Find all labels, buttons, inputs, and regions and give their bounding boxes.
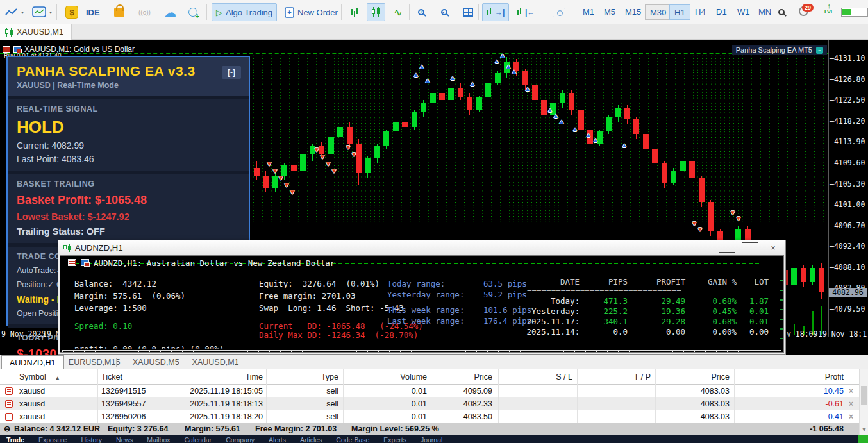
maximize-button[interactable]	[742, 242, 758, 253]
toolbox-tab-news[interactable]: News	[116, 436, 133, 443]
candlestick-chart-button[interactable]	[367, 3, 385, 21]
ide-button[interactable]: IDE	[82, 3, 104, 21]
leverage-line: Leverage: 1:500	[74, 303, 147, 313]
timeframe-h4[interactable]: H4	[690, 4, 710, 20]
bottom-tab-audnzd-h1[interactable]: AUDNZD,H1	[1, 355, 64, 370]
bottom-tab-xauusd-m1[interactable]: XAUUSD,M1	[185, 355, 247, 370]
toolbox-tab-code-base[interactable]: Code Base	[336, 436, 369, 443]
algo-trading-button[interactable]: ▷ Algo Trading	[212, 3, 277, 21]
range-label: Today range:	[387, 279, 445, 288]
signals-button[interactable]: ((o))	[135, 3, 154, 21]
candle	[263, 176, 269, 188]
new-order-label: New Order	[297, 8, 338, 17]
audnzd-window-titlebar[interactable]: AUDNZD,H1 ×	[58, 240, 785, 255]
new-chart-button[interactable]: ▾	[1, 3, 28, 21]
toolbar-separator	[409, 4, 410, 20]
toolbox-tab-mailbox[interactable]: Mailbox	[147, 436, 170, 443]
cell-price: 4083.50	[410, 410, 492, 423]
column-header-time[interactable]: Time	[160, 369, 263, 385]
community-button[interactable]	[185, 3, 201, 21]
buy-signal-arrow-icon: ▲	[524, 86, 531, 92]
toolbox-tab-trade[interactable]: Trade	[6, 436, 24, 443]
candle	[448, 88, 454, 100]
table-scrollbar[interactable]: ▼	[859, 369, 868, 435]
audnzd-window[interactable]: AUDNZD,H1 × AUDNZD,H1: Australian Dollar…	[58, 240, 786, 355]
range-value: 101.6 pips	[483, 305, 531, 315]
scroll-down-arrow-icon[interactable]: ▼	[860, 424, 868, 435]
auto-scroll-button[interactable]: |←	[513, 3, 538, 21]
collapse-button[interactable]: [-]	[222, 66, 241, 79]
level-button[interactable]: ↑ LVL	[821, 3, 838, 21]
stats-cell: 2025.11.14:	[527, 327, 580, 337]
stats-cell: 0.00	[749, 327, 769, 337]
scrollbar-thumb[interactable]	[861, 386, 867, 405]
candle	[365, 158, 371, 173]
market-button[interactable]	[110, 3, 128, 21]
bottom-tab-eurusd-m15[interactable]: EURUSD,M15	[61, 355, 128, 370]
shift-end-button[interactable]: →|	[482, 3, 509, 21]
new-order-button[interactable]: + New Order	[281, 3, 342, 21]
summary-collapse-icon[interactable]: ⊖	[4, 423, 10, 435]
toolbox-tab-exposure[interactable]: Exposure	[38, 436, 67, 443]
toolbox-tab-alerts[interactable]: Alerts	[269, 436, 286, 443]
column-header-profit[interactable]: Profit	[744, 369, 844, 385]
level-up-icon: ↑	[828, 3, 831, 9]
position-row[interactable]: xauusd13269415152025.11.19 18:15:05sell0…	[0, 385, 859, 397]
sell-signal-arrow-icon: ▼	[313, 147, 320, 153]
positions-table-header[interactable]: Symbol▲TicketTimeTypeVolumePriceS / LT /…	[0, 369, 859, 385]
timeframe-m5[interactable]: M5	[599, 4, 620, 20]
timeframe-h1[interactable]: H1	[669, 4, 690, 20]
close-button[interactable]: ×	[765, 242, 781, 253]
quotes-button[interactable]: $	[62, 3, 82, 21]
position-row[interactable]: xauusd13269495572025.11.19 18:18:13sell0…	[0, 397, 859, 410]
toolbox-tab-calendar[interactable]: Calendar	[185, 436, 212, 443]
toolbox-tab-experts[interactable]: Experts	[383, 436, 406, 443]
tile-windows-button[interactable]	[459, 3, 477, 21]
toolbox-tab-company[interactable]: Company	[226, 436, 255, 443]
screenshot-button[interactable]	[549, 3, 569, 21]
notifications-button[interactable]: 29	[795, 3, 812, 21]
chart-tab-xauusd-m1[interactable]: XAUUSD,M1	[0, 24, 72, 40]
candle	[476, 97, 482, 110]
candle	[541, 100, 547, 115]
minimize-button[interactable]	[719, 242, 735, 253]
timeframe-m1[interactable]: M1	[578, 4, 599, 20]
minimize-icon	[719, 242, 735, 253]
column-header-type[interactable]: Type	[269, 369, 338, 385]
toolbox-tab-history[interactable]: History	[81, 436, 102, 443]
audnzd-time-axis[interactable]: 17 Nov 202517 Nov 05:0017 Nov 09:0017 No…	[62, 350, 781, 353]
bar-chart-button[interactable]	[346, 3, 363, 21]
zoom-in-button[interactable]: +	[414, 3, 428, 21]
timeframe-m30[interactable]: M30	[645, 4, 671, 20]
timeframe-w1[interactable]: W1	[733, 4, 755, 20]
stats-separator: ================================	[527, 286, 681, 296]
sell-signal-arrow-icon: ▼	[697, 226, 703, 233]
toolbox-tab-journal[interactable]: Journal	[421, 436, 442, 443]
close-position-button[interactable]: ×	[849, 410, 853, 423]
column-header-price[interactable]: Price	[660, 369, 730, 385]
sell-signal-arrow-icon: ▼	[351, 151, 357, 158]
zoom-out-button[interactable]: -	[437, 3, 451, 21]
stats-cell: 2025.11.17:	[527, 317, 580, 326]
bottom-tab-xauusd-m5[interactable]: XAUUSD,M5	[125, 355, 187, 370]
sort-arrow-icon: ▲	[55, 375, 60, 381]
close-position-button[interactable]: ×	[849, 397, 853, 410]
candle	[810, 268, 815, 283]
column-header-symbol[interactable]: Symbol▲	[19, 369, 83, 385]
cloud-button[interactable]: ☁	[160, 3, 180, 21]
column-header-price[interactable]: Price	[410, 369, 492, 385]
search-button[interactable]	[774, 3, 789, 21]
timeframe-mn[interactable]: MN	[754, 4, 776, 20]
timeframe-d1[interactable]: D1	[712, 4, 731, 20]
price-tick-label: ‒4079.50	[830, 305, 865, 313]
toolbox-tab-articles[interactable]: Articles	[300, 436, 322, 443]
column-header-sl[interactable]: S / L	[506, 369, 572, 385]
chart-profile-button[interactable]: ▾	[28, 3, 56, 21]
position-row[interactable]: xauusd13269502062025.11.19 18:18:20sell0…	[0, 410, 859, 423]
column-header-tp[interactable]: T / P	[583, 369, 651, 385]
timeframe-m15[interactable]: M15	[621, 4, 646, 20]
audnzd-chart: AUDNZD,H1: Australian Dollar vs New Zeal…	[60, 255, 784, 353]
close-position-button[interactable]: ×	[849, 385, 853, 397]
profile-chart-icon	[32, 6, 46, 18]
line-chart-type-button[interactable]: ∿	[390, 3, 406, 21]
